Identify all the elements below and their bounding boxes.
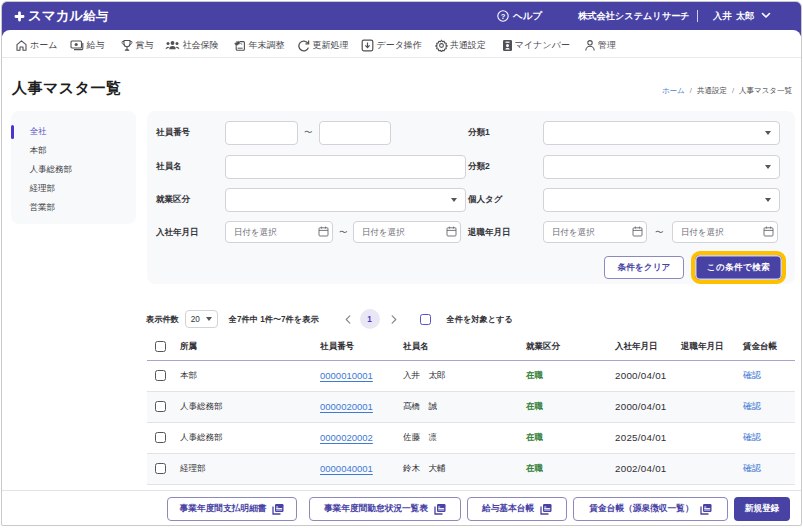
svg-text:?: ? xyxy=(501,12,506,21)
